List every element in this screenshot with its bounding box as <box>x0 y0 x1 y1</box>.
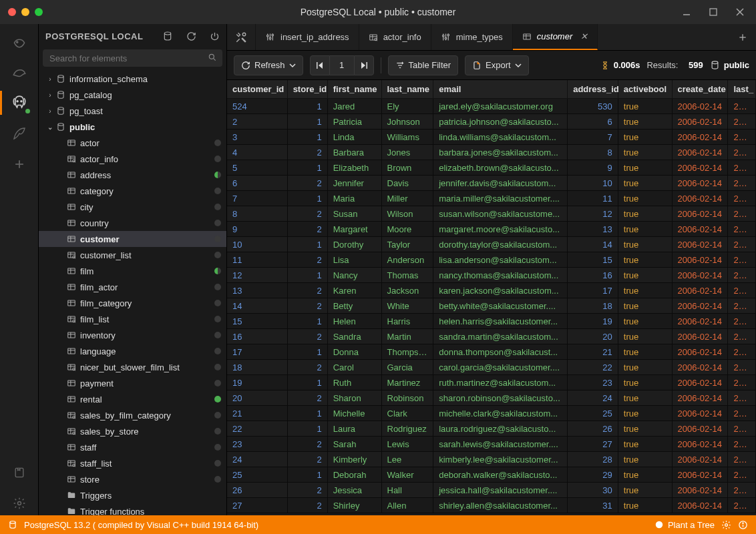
col-create_date[interactable]: create_date <box>672 80 728 99</box>
col-last_[interactable]: last_ <box>728 80 756 99</box>
plant-tree[interactable]: Plant a Tree <box>654 520 715 530</box>
tree-film[interactable]: film <box>39 263 226 279</box>
table-row[interactable]: 151HelenHarrishelen.harris@sakilacustome… <box>227 314 756 329</box>
folder-Trigger functions[interactable]: Trigger functions <box>39 503 226 515</box>
tree-customer_list[interactable]: customer_list <box>39 247 226 263</box>
export-button[interactable]: Export <box>465 55 529 75</box>
tree-staff[interactable]: staff <box>39 439 226 455</box>
table-row[interactable]: 162SandraMartinsandra.martin@sakilacusto… <box>227 329 756 344</box>
tree-store[interactable]: store <box>39 471 226 487</box>
refresh-sidebar-icon[interactable] <box>180 31 196 41</box>
table-row[interactable]: 5241JaredElyjared.ely@sakilacustomer.org… <box>227 99 756 114</box>
tab-mime_types[interactable]: mime_types <box>431 24 513 50</box>
table-row[interactable]: 121NancyThomasnancy.thomas@sakilacustom.… <box>227 268 756 283</box>
rail-conn-elephant[interactable] <box>7 91 31 115</box>
table-row[interactable]: 171DonnaThompsondonna.thompson@sakilacus… <box>227 344 756 360</box>
close-dot[interactable] <box>8 8 16 16</box>
col-first_name[interactable]: first_name <box>327 80 381 99</box>
table-row[interactable]: 21PatriciaJohnsonpatricia.johnson@sakila… <box>227 114 756 129</box>
table-row[interactable]: 211MichelleClarkmichelle.clark@sakilacus… <box>227 406 756 421</box>
table-row[interactable]: 92MargaretMooremargaret.moore@sakilacust… <box>227 222 756 237</box>
table-row[interactable]: 132KarenJacksonkaren.jackson@sakilacusto… <box>227 283 756 298</box>
table-row[interactable]: 272ShirleyAllenshirley.allen@sakilacusto… <box>227 498 756 513</box>
tree-address[interactable]: address <box>39 167 226 183</box>
search-input[interactable] <box>43 49 222 67</box>
table-row[interactable]: 221LauraRodriguezlaura.rodriguez@sakilac… <box>227 421 756 437</box>
tab-tools[interactable] <box>227 24 256 50</box>
page-first[interactable] <box>310 55 330 75</box>
page-input[interactable] <box>330 55 354 75</box>
col-activebool[interactable]: activebool <box>618 80 672 99</box>
rail-conn-seal[interactable] <box>7 29 31 53</box>
table-row[interactable]: 202SharonRobinsonsharon.robinson@sakilac… <box>227 390 756 406</box>
tab-close-icon[interactable]: ✕ <box>580 31 588 41</box>
tree-payment[interactable]: payment <box>39 375 226 391</box>
table-row[interactable]: 242KimberlyLeekimberly.lee@sakilacustome… <box>227 452 756 467</box>
tab-actor_info[interactable]: actor_info <box>359 24 431 50</box>
tree-film_list[interactable]: film_list <box>39 311 226 327</box>
col-email[interactable]: email <box>433 80 568 99</box>
rail-conn-dolphin[interactable] <box>7 60 31 84</box>
tree-category[interactable]: category <box>39 183 226 199</box>
table-row[interactable]: 251DeborahWalkerdeborah.walker@sakilacus… <box>227 467 756 483</box>
schema-pg_catalog[interactable]: ›pg_catalog <box>39 87 226 103</box>
rail-history-icon[interactable] <box>7 461 31 485</box>
tree-film_category[interactable]: film_category <box>39 295 226 311</box>
schema-pg_toast[interactable]: ›pg_toast <box>39 103 226 119</box>
schema-public[interactable]: ⌄public <box>39 119 226 135</box>
close-icon[interactable] <box>735 7 745 17</box>
tree-country[interactable]: country <box>39 215 226 231</box>
tree-film_actor[interactable]: film_actor <box>39 279 226 295</box>
table-row[interactable]: 101DorothyTaylordorothy.taylor@sakilacus… <box>227 237 756 252</box>
tree-rental[interactable]: rental <box>39 391 226 407</box>
col-store_id[interactable]: store_id <box>287 80 327 99</box>
table-row[interactable]: 82SusanWilsonsusan.wilson@sakilacustome.… <box>227 206 756 222</box>
table-row[interactable]: 51ElizabethBrownelizabeth.brown@sakilacu… <box>227 160 756 176</box>
sql-icon[interactable] <box>156 31 173 41</box>
power-icon[interactable] <box>203 31 220 41</box>
tree-city[interactable]: city <box>39 199 226 215</box>
maximize-icon[interactable] <box>708 7 719 17</box>
rail-conn-feather[interactable] <box>7 121 31 146</box>
data-grid[interactable]: customer_idstore_idfirst_namelast_nameem… <box>227 80 756 515</box>
tab-insert_ip_address[interactable]: insert_ip_address <box>256 24 359 50</box>
rail-add[interactable] <box>7 152 31 176</box>
table-row[interactable]: 71MariaMillermaria.miller@sakilacustomer… <box>227 191 756 206</box>
tree-nicer_but_slower_film_list[interactable]: nicer_but_slower_film_list <box>39 359 226 375</box>
schema-information_schema[interactable]: ›information_schema <box>39 71 226 87</box>
tree-sales_by_film_category[interactable]: sales_by_film_category <box>39 407 226 423</box>
tree-inventory[interactable]: inventory <box>39 327 226 343</box>
table-row[interactable]: 262JessicaHalljessica.hall@sakilacustome… <box>227 483 756 498</box>
tree-language[interactable]: language <box>39 343 226 359</box>
table-row[interactable]: 232SarahLewissarah.lewis@sakilacustomer.… <box>227 437 756 452</box>
min-dot[interactable] <box>21 8 29 16</box>
table-row[interactable]: 42BarbaraJonesbarbara.jones@sakilacustom… <box>227 145 756 160</box>
tree-actor[interactable]: actor <box>39 135 226 151</box>
refresh-button[interactable]: Refresh <box>234 55 303 75</box>
minimize-icon[interactable] <box>681 7 692 17</box>
rail-settings-icon[interactable] <box>7 491 31 515</box>
tab-customer[interactable]: customer✕ <box>513 24 598 50</box>
table-row[interactable]: 31LindaWilliamslinda.williams@sakilacust… <box>227 129 756 145</box>
status-info-icon[interactable] <box>738 520 748 530</box>
folder-Triggers[interactable]: Triggers <box>39 487 226 503</box>
table-row[interactable]: 191RuthMartinezruth.martinez@sakilacusto… <box>227 375 756 390</box>
tab-add[interactable] <box>729 24 756 50</box>
tree-sales_by_store[interactable]: sales_by_store <box>39 423 226 439</box>
tree-staff_list[interactable]: staff_list <box>39 455 226 471</box>
col-customer_id[interactable]: customer_id <box>227 80 287 99</box>
table-row[interactable]: 182CarolGarciacarol.garcia@sakilacustome… <box>227 360 756 375</box>
table-row[interactable]: 112LisaAndersonlisa.anderson@sakilacusto… <box>227 252 756 268</box>
table-row[interactable]: 62JenniferDavisjennifer.davis@sakilacust… <box>227 176 756 191</box>
filter-button[interactable]: Table Filter <box>388 55 459 75</box>
page-last[interactable] <box>354 55 374 75</box>
max-dot[interactable] <box>35 8 43 16</box>
status-gear-icon[interactable] <box>721 520 731 530</box>
traffic-lights <box>0 8 43 16</box>
tree[interactable]: ›information_schema›pg_catalog›pg_toast⌄… <box>39 71 226 515</box>
table-row[interactable]: 142BettyWhitebetty.white@sakilacustomer.… <box>227 298 756 314</box>
col-address_id[interactable]: address_id <box>568 80 618 99</box>
tree-customer[interactable]: customer <box>39 231 226 247</box>
col-last_name[interactable]: last_name <box>381 80 433 99</box>
tree-actor_info[interactable]: actor_info <box>39 151 226 167</box>
